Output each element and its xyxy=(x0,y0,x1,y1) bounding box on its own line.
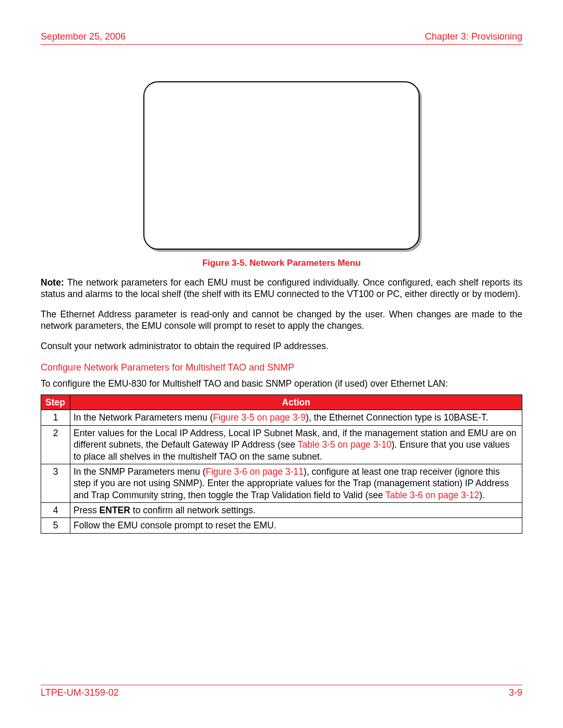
figure-caption: Figure 3-5. Network Parameters Menu xyxy=(41,258,522,268)
note-paragraph: Note: The network parameters for each EM… xyxy=(41,277,522,300)
action-cell: Follow the EMU console prompt to reset t… xyxy=(70,518,522,533)
action-cell: In the Network Parameters menu (Figure 3… xyxy=(70,410,522,425)
body-paragraph-3: Consult your network administrator to ob… xyxy=(41,340,522,352)
figure-container xyxy=(41,81,522,250)
footer-page-number: 3-9 xyxy=(509,687,522,698)
col-header-action: Action xyxy=(70,394,522,410)
table-row: 2 Enter values for the Local IP Address,… xyxy=(41,425,522,464)
text-fragment: to confirm all network settings. xyxy=(130,505,255,515)
table-header-row: Step Action xyxy=(41,394,522,410)
text-fragment: Press xyxy=(74,505,100,515)
step-number: 3 xyxy=(41,464,70,502)
cross-ref-link[interactable]: Figure 3-6 on page 3-11 xyxy=(206,466,304,477)
table-row: 1 In the Network Parameters menu (Figure… xyxy=(41,410,522,425)
action-cell: Press ENTER to confirm all network setti… xyxy=(70,503,522,518)
action-cell: In the SNMP Parameters menu (Figure 3-6 … xyxy=(70,464,522,502)
intro-line: To configure the EMU-830 for Multishelf … xyxy=(41,378,522,389)
step-number: 1 xyxy=(41,410,70,425)
step-number: 5 xyxy=(41,518,70,533)
cross-ref-link[interactable]: Table 3-6 on page 3-12 xyxy=(385,490,479,500)
body-paragraph-2: The Ethernet Address parameter is read-o… xyxy=(41,309,522,332)
text-fragment: ), the Ethernet Connection type is 10BAS… xyxy=(306,412,488,423)
procedure-table: Step Action 1 In the Network Parameters … xyxy=(41,394,522,534)
page-header: September 25, 2006 Chapter 3: Provisioni… xyxy=(41,31,522,45)
page-footer: LTPE-UM-3159-02 3-9 xyxy=(41,685,522,698)
table-row: 5 Follow the EMU console prompt to reset… xyxy=(41,518,522,533)
note-label: Note: xyxy=(41,277,67,288)
table-row: 3 In the SNMP Parameters menu (Figure 3-… xyxy=(41,464,522,502)
figure-placeholder-box xyxy=(143,81,420,250)
text-fragment: ). xyxy=(479,490,485,500)
cross-ref-link[interactable]: Table 3-5 on page 3-10 xyxy=(298,439,391,450)
document-page: September 25, 2006 Chapter 3: Provisioni… xyxy=(41,31,522,698)
footer-doc-id: LTPE-UM-3159-02 xyxy=(41,687,119,698)
header-chapter: Chapter 3: Provisioning xyxy=(425,31,522,42)
col-header-step: Step xyxy=(41,394,70,410)
cross-ref-link[interactable]: Figure 3-5 on page 3-9 xyxy=(213,412,305,423)
enter-key-label: ENTER xyxy=(100,505,130,515)
header-date: September 25, 2006 xyxy=(41,31,126,42)
text-fragment: In the Network Parameters menu ( xyxy=(74,412,213,423)
note-text: The network parameters for each EMU must… xyxy=(41,277,522,299)
table-row: 4 Press ENTER to confirm all network set… xyxy=(41,503,522,518)
action-cell: Enter values for the Local IP Address, L… xyxy=(70,425,522,464)
section-heading: Configure Network Parameters for Multish… xyxy=(41,362,522,373)
text-fragment: In the SNMP Parameters menu ( xyxy=(74,466,206,477)
step-number: 2 xyxy=(41,425,70,464)
step-number: 4 xyxy=(41,503,70,518)
